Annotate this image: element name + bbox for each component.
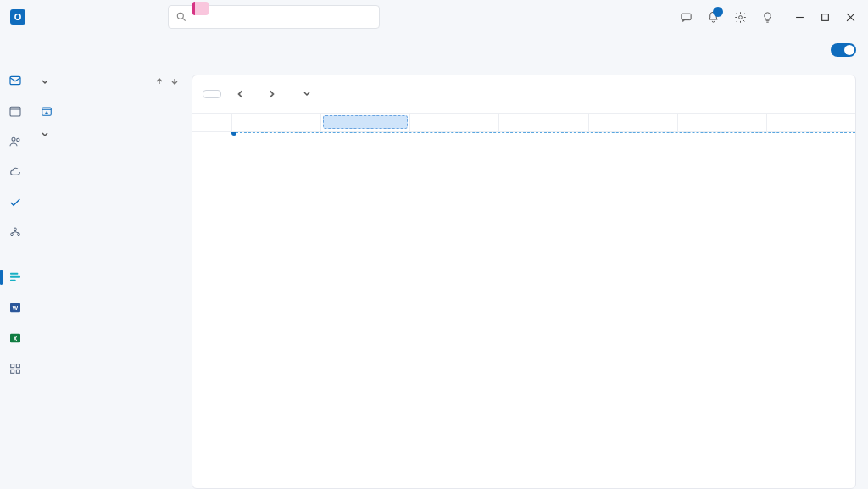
notifications-icon[interactable]: [700, 4, 726, 30]
month-prev-icon[interactable]: [154, 75, 164, 90]
svg-rect-23: [11, 364, 14, 368]
today-button[interactable]: [203, 90, 221, 98]
app-rail: W X: [0, 66, 31, 489]
chevron-down-icon: [303, 90, 311, 98]
add-calendar-button[interactable]: [41, 105, 180, 117]
calendar-panel: [192, 66, 868, 489]
svg-point-14: [11, 233, 14, 236]
teams-chat-icon[interactable]: [673, 4, 698, 30]
svg-rect-5: [821, 14, 828, 20]
window-minimize[interactable]: [787, 4, 812, 30]
svg-text:X: X: [14, 336, 18, 342]
svg-rect-17: [10, 276, 20, 278]
month-next-icon[interactable]: [170, 75, 180, 90]
rail-org-icon[interactable]: [4, 222, 26, 244]
svg-rect-18: [10, 280, 16, 281]
svg-point-11: [12, 137, 15, 141]
outlook-icon: [10, 9, 25, 25]
svg-point-12: [17, 138, 19, 141]
svg-line-1: [183, 19, 186, 21]
rail-files-icon[interactable]: [4, 161, 26, 183]
rail-todo-icon[interactable]: [4, 192, 26, 214]
calendar-toolbar: [192, 75, 855, 113]
svg-point-0: [177, 13, 183, 19]
rail-mail-icon[interactable]: [4, 69, 26, 92]
rail-calendar-icon[interactable]: [4, 100, 26, 122]
allday-event[interactable]: [323, 115, 408, 129]
svg-rect-24: [16, 364, 19, 368]
range-prev-icon[interactable]: [230, 83, 252, 105]
timezone-label: [192, 114, 231, 131]
search-icon: [175, 11, 187, 23]
svg-rect-9: [10, 107, 20, 116]
toggle-on-icon: [831, 43, 856, 57]
date-range[interactable]: [298, 90, 311, 98]
svg-rect-2: [681, 14, 690, 20]
calendars-section[interactable]: [41, 131, 180, 139]
rail-selected-icon[interactable]: [4, 266, 26, 288]
rail-excel-icon[interactable]: X: [4, 327, 26, 349]
rail-people-icon[interactable]: [4, 131, 26, 153]
svg-rect-16: [10, 273, 18, 275]
notification-badge: [713, 7, 723, 17]
svg-rect-26: [16, 370, 19, 373]
brand: [5, 9, 32, 25]
svg-point-15: [18, 233, 20, 236]
allday-row: [192, 114, 855, 132]
settings-gear-icon[interactable]: [727, 4, 753, 30]
window-maximize[interactable]: [812, 4, 837, 30]
window-close[interactable]: [837, 4, 863, 30]
range-next-icon[interactable]: [260, 83, 282, 105]
sidebar: [31, 66, 192, 489]
svg-text:W: W: [13, 305, 19, 311]
rail-more-apps-icon[interactable]: [4, 358, 26, 380]
titlebar: [0, 0, 868, 34]
svg-point-3: [738, 15, 742, 19]
search-input[interactable]: [192, 11, 372, 23]
ribbon-tabs: [0, 34, 868, 66]
month-expand-icon[interactable]: [41, 78, 49, 86]
rail-word-icon[interactable]: W: [4, 297, 26, 319]
svg-rect-25: [11, 370, 14, 373]
new-outlook-toggle[interactable]: [826, 43, 856, 57]
svg-point-13: [14, 228, 17, 231]
tips-bulb-icon[interactable]: [754, 4, 780, 30]
